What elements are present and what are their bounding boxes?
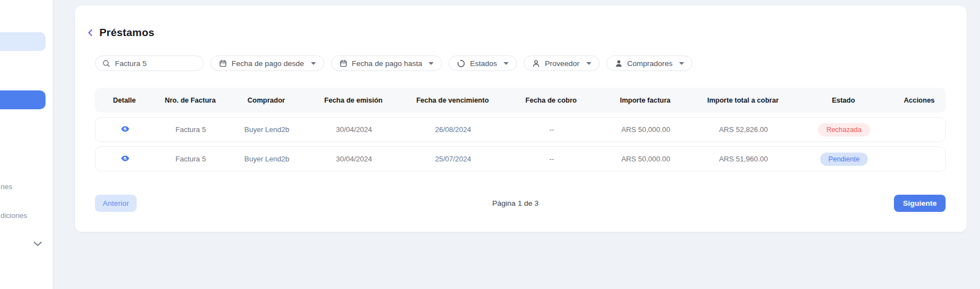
- invoice-search[interactable]: [95, 55, 204, 71]
- filter-fecha-pago-hasta[interactable]: Fecha de pago hasta: [331, 55, 443, 71]
- total-amount: ARS 51,960.00: [693, 155, 794, 163]
- invoice-amount: ARS 50,000.00: [599, 125, 693, 134]
- invoice-number: Factura 5: [154, 155, 227, 163]
- previous-page-button[interactable]: Anterior: [95, 195, 137, 212]
- filter-label: Fecha de pago hasta: [352, 59, 423, 68]
- issue-date: 30/04/2024: [306, 155, 401, 163]
- view-detail-button[interactable]: [120, 154, 130, 163]
- search-icon: [102, 59, 110, 68]
- page-indicator: Página 1 de 3: [137, 199, 894, 207]
- sidebar-item-label-truncated[interactable]: nes: [1, 182, 12, 191]
- buyer-name: Buyer Lend2b: [227, 155, 306, 163]
- calendar-icon: [219, 59, 227, 68]
- column-header: Fecha de emisión: [306, 97, 401, 104]
- page-header: Préstamos: [86, 27, 946, 39]
- due-date: 25/07/2024: [401, 155, 505, 163]
- column-header: Comprador: [227, 97, 306, 104]
- filter-compradores[interactable]: Compradores: [606, 55, 693, 71]
- collection-date: --: [505, 125, 599, 134]
- column-header: Fecha de vencimiento: [401, 97, 504, 104]
- caret-down-icon: [586, 62, 591, 65]
- filter-label: Compradores: [627, 59, 673, 68]
- sidebar-item-label-truncated[interactable]: diciones: [1, 211, 27, 220]
- pagination: Anterior Página 1 de 3 Siguiente: [95, 195, 946, 212]
- status-badge: Pendiente: [820, 153, 868, 166]
- table-header: Detalle Nro. de Factura Comprador Fecha …: [95, 88, 946, 113]
- status-badge: Rechazada: [818, 123, 870, 136]
- person-filled-icon: [615, 59, 623, 68]
- table-row: Factura 5 Buyer Lend2b 30/04/2024 26/08/…: [95, 117, 946, 142]
- table-row: Factura 5 Buyer Lend2b 30/04/2024 25/07/…: [95, 146, 946, 171]
- loans-panel: Préstamos Fecha de pago desde Fecha de p…: [75, 6, 967, 232]
- column-header: Nro. de Factura: [154, 97, 227, 104]
- filter-label: Proveedor: [545, 59, 579, 68]
- column-header: Estado: [793, 97, 893, 104]
- search-input[interactable]: [115, 59, 197, 68]
- page-title: Préstamos: [99, 27, 154, 39]
- chevron-left-icon: [86, 28, 95, 37]
- chevron-down-icon[interactable]: [33, 241, 42, 246]
- person-outline-icon: [532, 59, 540, 68]
- column-header: Importe factura: [598, 97, 692, 104]
- filter-label: Estados: [470, 59, 497, 68]
- invoice-number: Factura 5: [154, 125, 227, 134]
- next-page-button[interactable]: Siguiente: [894, 195, 946, 212]
- filters-bar: Fecha de pago desde Fecha de pago hasta …: [95, 55, 946, 71]
- caret-down-icon: [311, 62, 316, 65]
- view-detail-button[interactable]: [120, 124, 130, 134]
- sidebar-item-highlighted[interactable]: [0, 32, 46, 51]
- issue-date: 30/04/2024: [306, 125, 401, 134]
- filter-label: Fecha de pago desde: [232, 59, 304, 68]
- status-circle-icon: [457, 59, 465, 68]
- filter-fecha-pago-desde[interactable]: Fecha de pago desde: [210, 55, 324, 71]
- caret-down-icon: [429, 62, 434, 65]
- filter-proveedor[interactable]: Proveedor: [524, 55, 599, 71]
- sidebar-item-active[interactable]: [0, 90, 46, 109]
- filter-estados[interactable]: Estados: [449, 55, 517, 71]
- buyer-name: Buyer Lend2b: [227, 125, 306, 134]
- caret-down-icon: [504, 62, 509, 65]
- column-header: Importe total a cobrar: [692, 97, 793, 104]
- total-amount: ARS 52,826.00: [693, 125, 794, 134]
- back-button[interactable]: [86, 28, 95, 37]
- due-date: 26/08/2024: [401, 125, 505, 134]
- loans-table: Detalle Nro. de Factura Comprador Fecha …: [95, 88, 946, 171]
- caret-down-icon: [679, 62, 684, 65]
- sidebar: nes diciones: [0, 0, 53, 289]
- column-header: Acciones: [893, 97, 945, 104]
- column-header: Detalle: [95, 97, 154, 104]
- eye-icon: [120, 124, 130, 134]
- column-header: Fecha de cobro: [504, 97, 598, 104]
- eye-icon: [120, 154, 130, 163]
- collection-date: --: [505, 155, 599, 163]
- invoice-amount: ARS 50,000.00: [599, 155, 693, 163]
- calendar-icon: [339, 59, 348, 68]
